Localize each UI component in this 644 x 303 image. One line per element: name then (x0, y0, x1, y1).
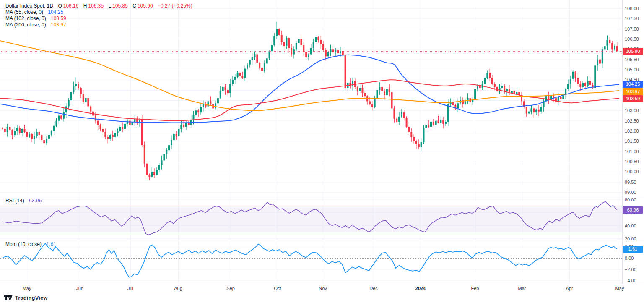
candle-body (374, 98, 376, 107)
candle-body (222, 87, 224, 91)
price-tick-label: 99.50 (625, 179, 636, 185)
ma102-legend-row[interactable]: MA (102, close, 0) 103.59 (5, 16, 192, 22)
price-tick-label: 102.50 (625, 118, 639, 124)
price-tick-label: 101.00 (625, 149, 639, 154)
candle-body (180, 125, 182, 129)
rsi-legend[interactable]: RSI (14) 63.96 (5, 198, 42, 204)
tradingview-logo[interactable]: TradingView (4, 295, 47, 301)
candle-body (322, 44, 324, 50)
momentum-tick-label: 0.00 (625, 255, 634, 261)
candle-body (117, 131, 118, 133)
candle-body (36, 132, 38, 136)
candle-body (95, 115, 96, 120)
candle-body (114, 133, 116, 137)
candle-body (7, 127, 8, 132)
candle-body (80, 88, 82, 94)
candle-body (291, 48, 292, 55)
candle-body (408, 127, 410, 132)
price-tick-label: 100.00 (625, 169, 639, 175)
candle-body (85, 98, 87, 102)
candle-body (489, 73, 491, 78)
candle-body (26, 132, 28, 137)
main-legend: Dollar Index Spot, 1D O106.16 H106.35 L1… (5, 3, 192, 28)
time-axis-label-Feb: Feb (471, 286, 479, 291)
ma200-legend-row[interactable]: MA (200, close, 0) 103.97 (5, 22, 192, 28)
candle-body (435, 121, 437, 125)
candle-body (249, 60, 251, 65)
price-badge-104.25: 104.25 (623, 81, 643, 88)
candle-body (474, 89, 476, 99)
candle-body (58, 115, 60, 120)
candle-body (48, 135, 50, 139)
candle-body (398, 117, 400, 122)
candle-body (70, 92, 72, 100)
candle-body (452, 102, 454, 105)
price-tick-label: 99.00 (625, 189, 636, 195)
candle-body (423, 128, 424, 142)
candle-body (39, 132, 40, 135)
close-value: 105.90 (138, 3, 153, 9)
candle-body (418, 144, 420, 147)
candle-body (161, 160, 163, 165)
tradingview-chart-window: Dollar Index Spot, 1D O106.16 H106.35 L1… (0, 0, 644, 303)
candle-body (278, 29, 280, 35)
momentum-tick-label: −2.00 (625, 266, 636, 272)
high-label: H (83, 3, 87, 9)
candle-body (406, 118, 408, 127)
candle-body (359, 88, 361, 91)
time-axis-label-Nov: Nov (319, 286, 327, 291)
candle-body (327, 52, 329, 57)
candle-body (445, 122, 447, 124)
ma-line-200 (0, 41, 619, 111)
time-axis-label-2024: 2024 (415, 286, 426, 291)
candle-body (589, 81, 591, 85)
rsi-value: 63.96 (29, 198, 42, 204)
symbol-legend-row[interactable]: Dollar Index Spot, 1D O106.16 H106.35 L1… (5, 3, 192, 9)
price-tick-label: 100.50 (625, 159, 639, 165)
candle-body (256, 54, 258, 62)
candle-body (540, 107, 542, 112)
price-badge-103.97: 103.97 (623, 88, 643, 95)
candle-body (325, 50, 327, 57)
candle-body (286, 38, 287, 46)
candle-body (337, 50, 339, 53)
candle-body (288, 38, 290, 48)
momentum-legend[interactable]: Mom (10, close) 1.61 (5, 241, 56, 248)
candle-body (178, 129, 179, 136)
rsi-tick-label: 80.00 (625, 197, 636, 203)
candle-body (63, 112, 65, 119)
candle-body (75, 84, 77, 86)
candle-body (396, 119, 397, 122)
candle-body (308, 54, 309, 57)
candle-body (384, 91, 385, 95)
candle-body (528, 112, 530, 114)
momentum-tick-label: −4.00 (625, 278, 636, 284)
candle-body (433, 122, 434, 125)
candle-body (440, 120, 441, 123)
candle-body (465, 101, 466, 104)
ma55-legend-row[interactable]: MA (55, close, 0) 104.25 (5, 9, 192, 16)
price-badge-103.59: 103.59 (623, 95, 643, 102)
candle-body (232, 80, 234, 84)
ma200-label: MA (200, close, 0) (5, 22, 46, 28)
candle-body (144, 145, 145, 164)
candle-body (364, 93, 366, 96)
candle-body (413, 137, 415, 141)
candle-body (526, 107, 527, 114)
candle-body (403, 112, 405, 118)
candle-body (141, 120, 143, 145)
momentum-label: Mom (10, close) (5, 241, 42, 248)
price-tick-label: 105.00 (625, 67, 639, 73)
candle-body (320, 40, 322, 44)
time-axis-label-Jul: Jul (127, 286, 133, 291)
candle-body (53, 126, 55, 131)
candle-body (616, 46, 618, 52)
change-value: −0.27 (−0.25%) (158, 3, 192, 9)
candle-body (567, 84, 569, 89)
candle-body (21, 129, 23, 133)
candle-body (156, 170, 158, 175)
chart-plot-canvas[interactable] (0, 0, 644, 303)
price-tick-label: 102.00 (625, 128, 639, 134)
open-value: 106.16 (63, 3, 79, 9)
candle-body (252, 57, 253, 60)
